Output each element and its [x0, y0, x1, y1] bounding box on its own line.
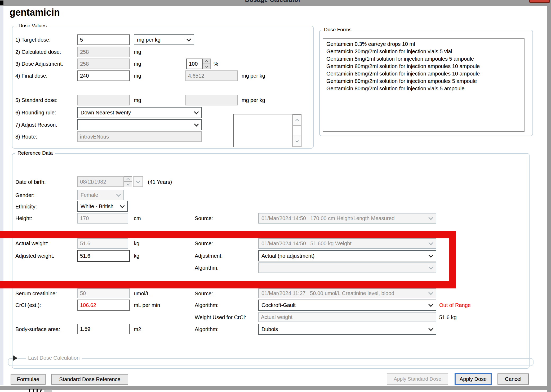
chevron-down-icon — [136, 179, 140, 183]
standard-dose-per-kg-input — [185, 95, 238, 105]
height-source-label: Source: — [195, 215, 213, 221]
dob-calendar-button — [133, 176, 143, 187]
notes-scrollbar[interactable] — [292, 114, 301, 147]
ethnicity-label: Ethnicity: — [15, 204, 37, 210]
stepper-down-icon[interactable] — [203, 64, 211, 69]
chevron-down-icon — [194, 109, 199, 114]
ethnicity-select[interactable]: White - British — [77, 201, 128, 212]
dose-adjustment-percent-stepper[interactable] — [203, 59, 211, 69]
dose-form-item[interactable]: Gentamicin 80mg/2ml solution for injecti… — [326, 63, 480, 70]
scroll-down-icon[interactable] — [293, 136, 301, 147]
scroll-up-icon[interactable] — [293, 114, 301, 126]
gender-select: Female — [77, 190, 124, 200]
weight-algorithm-select — [258, 262, 436, 273]
dose-form-item[interactable]: Gentamicin 0.3% ear/eye drops 10 ml — [326, 40, 480, 48]
bsa-unit: m2 — [134, 326, 141, 332]
stepper-up-icon — [124, 176, 132, 182]
rounding-rule-select[interactable]: Down Nearest twenty — [77, 107, 202, 118]
background-window-artifact — [33, 389, 34, 392]
formulae-button[interactable]: Formulae — [11, 374, 46, 385]
expander-arrow-icon[interactable] — [13, 355, 17, 361]
actual-weight-unit: kg — [134, 240, 139, 247]
chevron-down-icon — [428, 265, 433, 269]
calculated-dose-input — [77, 47, 130, 57]
final-dose-label: 4) Final dose: — [15, 73, 47, 79]
calculated-dose-unit: mg — [134, 49, 141, 55]
dose-adjustment-percent-input[interactable] — [186, 59, 203, 69]
close-button[interactable] — [529, 0, 550, 3]
height-input — [77, 213, 128, 224]
actual-weight-input — [77, 238, 128, 249]
dob-age: (41 Years) — [148, 179, 172, 185]
adjustment-label: Adjustment: — [195, 253, 223, 259]
chevron-down-icon — [194, 122, 199, 126]
route-label: 8) Route: — [15, 134, 37, 140]
screen-corner-artifact — [0, 1, 3, 5]
cancel-button[interactable]: Cancel — [497, 373, 529, 385]
dose-forms-listbox[interactable]: Gentamicin 0.3% ear/eye drops 10 ml Gent… — [323, 38, 525, 132]
target-dose-input[interactable] — [77, 34, 130, 45]
rounding-rule-label: 6) Rounding rule: — [15, 110, 56, 116]
background-window-artifact — [29, 389, 30, 392]
crcl-algorithm-select[interactable]: Cockroft-Gault — [258, 300, 436, 311]
serum-creatinine-unit: umol/L — [134, 291, 150, 297]
apply-standard-dose-button: Apply Standard Dose — [387, 373, 448, 385]
adjust-reason-select[interactable] — [77, 119, 202, 130]
chevron-down-icon — [428, 240, 433, 245]
stepper-up-icon[interactable] — [203, 59, 211, 64]
actual-weight-label: Actual weight: — [15, 240, 48, 247]
chevron-down-icon — [120, 203, 125, 208]
crcl-input[interactable] — [77, 300, 130, 311]
adjusted-weight-unit: kg — [134, 253, 139, 259]
background-window-artifact — [37, 389, 38, 392]
last-dose-label[interactable]: Last Dose Calculation — [26, 355, 82, 361]
page-title: gentamicin — [10, 7, 60, 18]
adjust-reason-label: 7) Adjust Reason: — [15, 122, 57, 128]
dose-form-item[interactable]: Gentamicin 80mg/2ml solution for injecti… — [326, 85, 480, 92]
route-input — [77, 131, 202, 142]
dose-adjustment-percent-unit: % — [214, 61, 218, 67]
title-bar[interactable]: Dosage Calculator — [0, 0, 551, 6]
target-dose-label: 1) Target dose: — [15, 37, 51, 43]
dose-values-legend: Dose Values — [16, 23, 49, 29]
chevron-down-icon — [428, 215, 433, 220]
target-dose-unit-select[interactable]: mg per kg — [134, 34, 194, 45]
apply-dose-button[interactable]: Apply Dose — [455, 373, 492, 385]
adjustment-value: Actual (no adjustment) — [261, 253, 314, 259]
standard-dose-reference-button[interactable]: Standard Dose Reference — [51, 374, 128, 385]
height-unit: cm — [134, 215, 141, 221]
adjust-reason-notes[interactable] — [233, 114, 301, 147]
dose-form-item[interactable]: Gentamicin 20mg/2ml solution for injecti… — [326, 48, 480, 55]
dob-stepper — [124, 176, 132, 187]
adjusted-weight-input[interactable] — [77, 250, 130, 262]
final-dose-input[interactable] — [77, 70, 130, 81]
bsa-algorithm-select[interactable]: Dubois — [258, 324, 436, 335]
height-label: Height: — [15, 215, 32, 221]
window-title: Dosage Calculator — [159, 0, 387, 3]
creatinine-source-value: 01/Mar/2024 11:27 50.00 umol/L Creatinin… — [261, 290, 394, 296]
standard-dose-label: 5) Standard dose: — [15, 97, 57, 103]
crcl-algorithm-value: Cockroft-Gault — [261, 302, 296, 308]
scroll-track[interactable] — [293, 126, 301, 136]
final-dose-per-kg-input — [185, 70, 238, 81]
bsa-input[interactable] — [77, 324, 130, 334]
adjustment-select[interactable]: Actual (no adjustment) — [258, 250, 436, 261]
weight-source-label: Source: — [195, 240, 213, 247]
dose-form-item[interactable]: Gentamicin 5mg/1ml solution for injectio… — [326, 55, 480, 63]
dose-form-item[interactable]: Gentamicin 80mg/2ml solution for injecti… — [326, 77, 480, 85]
weight-source-value: 01/Mar/2024 14:50 51.600 kg Weight — [261, 240, 352, 247]
weight-source-select: 01/Mar/2024 14:50 51.600 kg Weight — [258, 238, 436, 249]
ethnicity-value: White - British — [81, 203, 113, 210]
serum-creatinine-input — [77, 288, 130, 298]
gender-value: Female — [81, 192, 98, 198]
dose-adjustment-label: 3) Dose Adjustment: — [15, 61, 63, 67]
bsa-algorithm-label: Algorithm: — [195, 326, 219, 332]
height-source-value: 01/Mar/2024 14:50 170.00 cm Height/Lengt… — [261, 215, 395, 221]
bsa-algorithm-value: Dubois — [261, 326, 278, 332]
dose-form-item[interactable]: Gentamicin 80mg/2ml solution for injecti… — [326, 70, 480, 77]
dose-forms-legend: Dose Forms — [322, 27, 353, 33]
chevron-down-icon — [116, 192, 121, 197]
creatinine-source-select: 01/Mar/2024 11:27 50.00 umol/L Creatinin… — [258, 288, 436, 298]
weight-used-detail: 51.6 kg — [439, 314, 457, 320]
final-dose-unit: mg — [134, 73, 141, 79]
